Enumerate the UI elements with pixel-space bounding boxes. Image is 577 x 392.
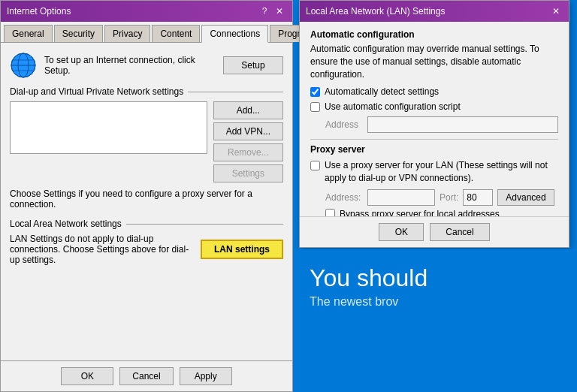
- vpn-listbox[interactable]: [10, 101, 207, 154]
- add-vpn-button[interactable]: Add VPN...: [213, 122, 283, 140]
- detect-settings-checkbox[interactable]: [310, 87, 320, 97]
- tab-connections[interactable]: Connections: [201, 25, 268, 43]
- tab-security[interactable]: Security: [54, 25, 103, 42]
- internet-options-titlebar: Internet Options ? ✕: [1, 1, 292, 22]
- you-should-text: You should: [310, 264, 566, 292]
- titlebar-controls: ? ✕: [258, 5, 286, 18]
- vpn-buttons: Add... Add VPN... Remove... Settings: [213, 101, 283, 182]
- script-address-label: Address: [325, 119, 363, 130]
- port-label: Port:: [440, 192, 458, 203]
- footer-buttons: OK Cancel Apply: [1, 360, 292, 391]
- help-button[interactable]: ?: [258, 5, 271, 18]
- settings-button[interactable]: Settings: [213, 164, 283, 182]
- detect-settings-row: Automatically detect settings: [310, 86, 558, 97]
- detect-settings-label: Automatically detect settings: [325, 86, 439, 97]
- setup-text: To set up an Internet connection, click …: [44, 55, 216, 76]
- remove-button[interactable]: Remove...: [213, 143, 283, 161]
- apply-button[interactable]: Apply: [180, 367, 232, 385]
- lan-footer: OK Cancel: [300, 216, 569, 247]
- cancel-button[interactable]: Cancel: [119, 367, 173, 385]
- globe-icon: [10, 52, 37, 79]
- lan-titlebar-controls: ✕: [549, 5, 563, 18]
- ok-button[interactable]: OK: [61, 367, 113, 385]
- auto-config-desc: Automatic configuration may override man…: [310, 43, 558, 80]
- auto-script-row: Use automatic configuration script: [310, 101, 558, 112]
- setup-row: To set up an Internet connection, click …: [10, 52, 283, 79]
- auto-script-label: Use automatic configuration script: [325, 101, 461, 112]
- advanced-button[interactable]: Advanced: [497, 189, 554, 206]
- auto-config-title: Automatic configuration: [310, 29, 558, 40]
- use-proxy-label: Use a proxy server for your LAN (These s…: [325, 159, 558, 185]
- script-address-input[interactable]: [367, 116, 558, 133]
- lan-cancel-button[interactable]: Cancel: [430, 223, 489, 241]
- lan-dialog-titlebar: Local Area Network (LAN) Settings ✕: [300, 1, 569, 22]
- newest-brow-text: The newest brov: [310, 295, 566, 309]
- proxy-address-input[interactable]: [367, 189, 435, 206]
- choose-settings-text: Choose Settings if you need to configure…: [10, 188, 283, 210]
- lan-content: Automatic configuration Automatic config…: [300, 22, 569, 227]
- lan-section-title: Local Area Network settings: [10, 219, 126, 229]
- dialup-section-title: Dial-up and Virtual Private Network sett…: [10, 86, 188, 97]
- blue-area: You should The newest brov: [299, 249, 577, 392]
- lan-settings-row: LAN Settings do not apply to dial-up con…: [10, 234, 283, 265]
- lan-divider: [126, 224, 283, 225]
- tab-content[interactable]: Content: [152, 25, 200, 42]
- auto-script-checkbox[interactable]: [310, 102, 320, 112]
- internet-options-window: Internet Options ? ✕ General Security Pr…: [0, 0, 293, 392]
- internet-options-title: Internet Options: [7, 6, 71, 17]
- proxy-address-label: Address:: [325, 192, 363, 203]
- lan-dialog: Local Area Network (LAN) Settings ✕ Auto…: [299, 0, 569, 248]
- lan-close-button[interactable]: ✕: [549, 5, 563, 18]
- tabs-bar: General Security Privacy Content Connect…: [1, 22, 292, 43]
- lan-ok-button[interactable]: OK: [379, 223, 424, 241]
- tab-privacy[interactable]: Privacy: [104, 25, 150, 42]
- lan-settings-text: LAN Settings do not apply to dial-up con…: [10, 234, 201, 265]
- dialup-section-header: Dial-up and Virtual Private Network sett…: [10, 86, 283, 97]
- close-button[interactable]: ✕: [273, 5, 286, 18]
- lan-settings-button[interactable]: LAN settings: [201, 240, 283, 259]
- tab-general[interactable]: General: [4, 25, 53, 42]
- script-address-row: Address: [325, 116, 558, 133]
- use-proxy-row: Use a proxy server for your LAN (These s…: [310, 159, 558, 185]
- lan-dialog-title: Local Area Network (LAN) Settings: [306, 6, 445, 17]
- add-button[interactable]: Add...: [213, 101, 283, 119]
- content-area: To set up an Internet connection, click …: [1, 43, 292, 366]
- dialup-divider: [188, 92, 283, 92]
- proxy-divider: [310, 139, 558, 140]
- port-input[interactable]: [463, 189, 493, 206]
- proxy-address-row: Address: Port: Advanced: [325, 189, 558, 206]
- vpn-section: Add... Add VPN... Remove... Settings: [10, 101, 283, 182]
- proxy-section-title: Proxy server: [310, 144, 558, 155]
- use-proxy-checkbox[interactable]: [310, 161, 320, 170]
- lan-section-header: Local Area Network settings: [10, 219, 283, 229]
- setup-button[interactable]: Setup: [223, 56, 283, 74]
